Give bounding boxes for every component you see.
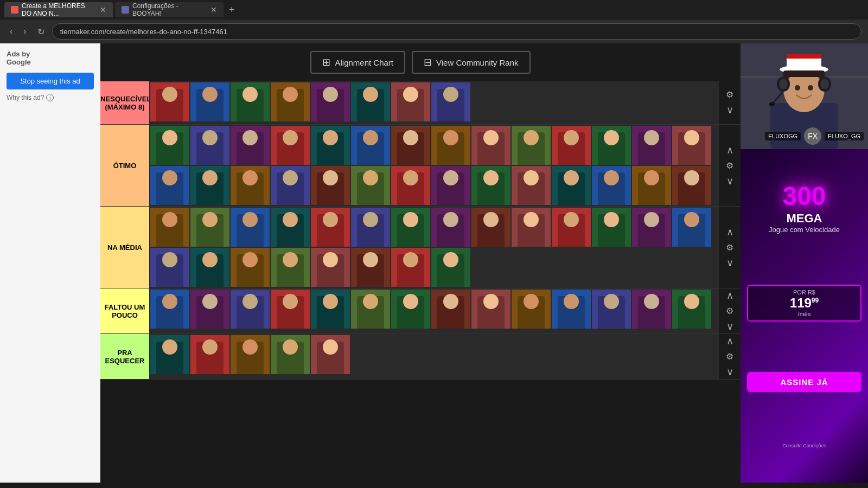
reload-button[interactable]: ↻ [34,24,48,39]
tier-item[interactable] [271,166,310,205]
tier-item[interactable] [150,290,189,329]
tier-item[interactable] [592,126,631,165]
tier-item[interactable] [471,208,510,247]
tier-item[interactable] [391,248,430,287]
tier-item[interactable] [190,290,229,329]
tier-item[interactable] [431,248,470,287]
tier-move-up-button-a[interactable]: ∧ [725,143,735,157]
tier-move-down-button-c[interactable]: ∨ [725,319,735,333]
tier-item[interactable] [150,166,189,205]
stop-seeing-ad-button[interactable]: Stop seeing this ad [7,73,94,89]
tier-item[interactable] [512,126,551,165]
tier-item[interactable] [351,208,390,247]
tier-item[interactable] [592,290,631,329]
tier-move-up-button-b[interactable]: ∧ [725,225,735,239]
tab-2[interactable]: Configurações - BOOYAH! ✕ [115,2,224,17]
tier-item[interactable] [271,290,310,329]
tier-item[interactable] [231,82,270,121]
tier-item[interactable] [271,248,310,287]
tier-move-down-button-d[interactable]: ∨ [725,365,735,379]
tier-item[interactable] [190,335,229,374]
back-button[interactable]: ‹ [7,24,16,38]
tier-move-down-button-s[interactable]: ∨ [725,103,735,117]
tier-item[interactable] [552,290,591,329]
tier-item[interactable] [552,166,591,205]
tier-move-down-button-a[interactable]: ∨ [725,174,735,188]
tier-item[interactable] [632,208,671,247]
tier-item[interactable] [190,208,229,247]
tier-settings-button-b[interactable]: ⚙ [725,241,735,254]
tier-settings-button-a[interactable]: ⚙ [725,159,735,172]
tier-settings-button-d[interactable]: ⚙ [725,350,735,363]
tier-item[interactable] [672,290,711,329]
tab-close-2[interactable]: ✕ [210,5,217,14]
tier-item[interactable] [552,126,591,165]
tier-item[interactable] [311,82,350,121]
tier-item[interactable] [471,290,510,329]
ad-cta-button[interactable]: ASSINE JÁ [747,372,861,392]
tier-item[interactable] [351,248,390,287]
tier-item[interactable] [391,208,430,247]
tier-item[interactable] [512,208,551,247]
tier-item[interactable] [431,166,470,205]
tier-item[interactable] [150,82,189,121]
tier-item[interactable] [391,126,430,165]
why-this-ad-link[interactable]: Why this ad? i [7,94,94,101]
tier-item[interactable] [311,126,350,165]
tier-item[interactable] [512,290,551,329]
tier-item[interactable] [190,166,229,205]
tier-item[interactable] [150,335,189,374]
tier-item[interactable] [632,166,671,205]
tier-item[interactable] [471,166,510,205]
tier-item[interactable] [150,248,189,287]
tier-item[interactable] [431,126,470,165]
alignment-chart-button[interactable]: ⊞ Alignment Chart [310,51,405,74]
tier-item[interactable] [431,208,470,247]
tab-close-1[interactable]: ✕ [100,5,106,14]
tier-item[interactable] [431,82,470,121]
tier-item[interactable] [231,208,270,247]
tier-item[interactable] [632,126,671,165]
tier-item[interactable] [311,208,350,247]
tier-item[interactable] [271,335,310,374]
tier-item[interactable] [311,335,350,374]
tier-item[interactable] [552,208,591,247]
tier-item[interactable] [672,208,711,247]
tier-item[interactable] [190,126,229,165]
tier-item[interactable] [512,166,551,205]
tier-item[interactable] [231,248,270,287]
tier-settings-button-s[interactable]: ⚙ [725,88,735,101]
view-community-rank-button[interactable]: ⊟ View Community Rank [412,51,530,74]
tier-item[interactable] [391,290,430,329]
tier-item[interactable] [471,126,510,165]
tier-item[interactable] [271,82,310,121]
tier-item[interactable] [351,126,390,165]
tier-item[interactable] [231,290,270,329]
tier-item[interactable] [311,290,350,329]
tier-item[interactable] [231,335,270,374]
tier-item[interactable] [311,248,350,287]
tier-move-up-button-c[interactable]: ∧ [725,288,735,303]
tier-item[interactable] [150,126,189,165]
tier-item[interactable] [231,166,270,205]
tier-item[interactable] [431,290,470,329]
tab-1[interactable]: Create a MELHORES DO ANO N... ✕ [4,2,113,17]
tier-item[interactable] [391,82,430,121]
tier-item[interactable] [351,166,390,205]
tier-move-up-button-d[interactable]: ∧ [725,334,735,348]
tier-settings-button-c[interactable]: ⚙ [725,305,735,317]
tier-item[interactable] [271,126,310,165]
tier-item[interactable] [672,126,711,165]
tier-move-down-button-b[interactable]: ∨ [725,256,735,270]
tier-item[interactable] [391,166,430,205]
tier-item[interactable] [231,126,270,165]
tier-item[interactable] [351,82,390,121]
tier-item[interactable] [311,166,350,205]
tier-item[interactable] [592,208,631,247]
forward-button[interactable]: › [20,24,29,38]
address-bar[interactable] [52,23,861,40]
tier-item[interactable] [190,82,229,121]
tier-item[interactable] [271,208,310,247]
tier-item[interactable] [672,166,711,205]
tier-item[interactable] [190,248,229,287]
